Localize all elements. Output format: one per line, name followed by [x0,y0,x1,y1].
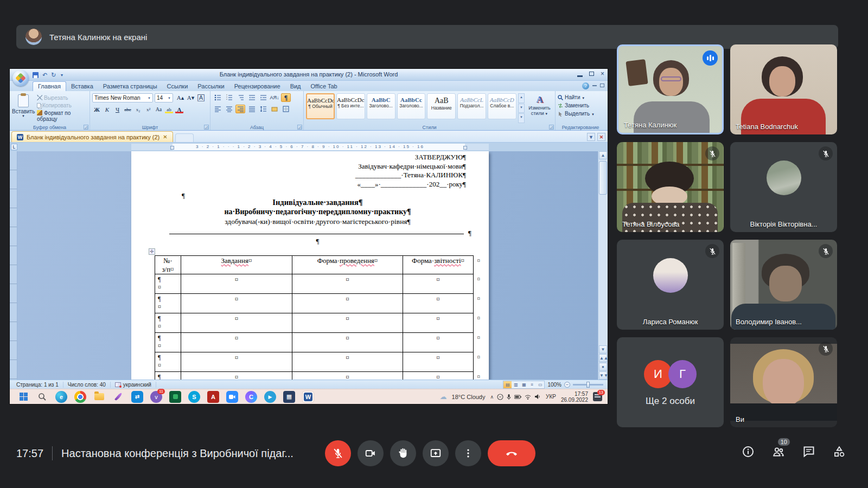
scrollbar-thumb[interactable] [599,161,607,195]
table-row[interactable]: ¶¤ ¤ ¤ ¤ ¤ [155,333,474,352]
styles-scroll-up-icon[interactable]: ▲ [518,93,525,103]
document-tab-close-icon[interactable]: ✕ [163,134,167,140]
draft-view-icon[interactable]: ▭ [536,381,544,388]
styles-dialog-launcher[interactable]: ◿ [549,125,554,130]
document-workspace[interactable]: ЗАТВЕРДЖУЮ¶ Завідувач·кафедри·німецької·… [10,151,608,380]
chrome-icon[interactable] [74,391,86,403]
spellcheck-icon[interactable] [115,382,121,387]
table-row[interactable]: ¶¤ ¤ ¤ ¤ ¤ [155,352,474,372]
document-tab[interactable]: W Бланк індивідуального завдання на прак… [11,131,173,142]
style-heading1[interactable]: AaBbCЗаголово... [367,93,395,119]
numbering-icon[interactable] [224,93,234,102]
viber-icon[interactable]: v11 [150,391,162,403]
table-row[interactable]: ¶¤ ¤ ¤ ¤ ¤ [155,313,474,333]
print-layout-view-icon[interactable]: ▤ [503,381,512,388]
decrease-indent-icon[interactable] [247,93,257,102]
table-row[interactable]: ¶¤ ¤ ¤ ¤ ¤ [155,274,474,294]
ribbon-restore-icon[interactable] [600,84,604,87]
web-layout-view-icon[interactable]: ▦ [520,381,528,388]
restore-button[interactable] [589,72,594,76]
style-subtitle[interactable]: AaBbCcLПодзагол... [457,93,486,119]
office-button-icon[interactable] [12,70,29,86]
font-size-select[interactable]: 14▼ [155,93,173,102]
keyboard-language[interactable]: УКР [546,394,556,400]
multilevel-list-icon[interactable] [235,93,245,102]
participant-tile[interactable]: Лариса Романюк [617,240,724,330]
highlight-color-button[interactable]: ab [164,105,174,114]
strikethrough-button[interactable]: abc [123,105,132,114]
shading-icon[interactable] [270,105,279,113]
fullscreen-view-icon[interactable]: ▥ [512,381,520,388]
style-subtle-emphasis[interactable]: AaBbCcDСлабое в... [488,93,516,119]
overflow-participants-tile[interactable]: И Г Ще 2 особи [617,337,724,427]
language-indicator[interactable]: украинский [123,382,151,388]
chat-panel-icon[interactable] [802,445,816,459]
clear-formatting-button[interactable]: 🄰 [196,93,206,102]
help-icon[interactable]: ? [582,82,589,89]
end-call-button[interactable] [488,440,535,466]
replace-button[interactable]: Заменить [558,102,603,108]
line-spacing-icon[interactable] [258,105,268,113]
vertical-scrollbar[interactable]: ▲ ▼ ▲▲ ● ▼▼ [598,151,608,380]
next-page-icon[interactable]: ▼▼ [599,371,607,380]
tab-mailings[interactable]: Рассылки [193,82,229,91]
tab-bar-close-icon[interactable]: ✕ [597,133,605,141]
participant-tile[interactable]: Tetiana Bodnarchuk [730,44,837,134]
activities-icon[interactable] [832,445,846,459]
system-tray[interactable]: ∧ [490,394,541,400]
tray-expand-icon[interactable]: ∧ [490,394,494,400]
horizontal-ruler[interactable]: L 3 · 2 · 1 · · · 1 · 2 · 3 · 4 · 5 · 6 … [10,143,608,151]
word-title-bar[interactable]: ↶ ↻ ▼ Бланк індивідуального завдання на … [10,69,608,81]
outline-view-icon[interactable]: ≡ [528,381,536,388]
view-mode-buttons[interactable]: ▤ ▥ ▦ ≡ ▭ [503,381,545,389]
close-button[interactable]: × [601,70,604,77]
find-button[interactable]: Найти ▼ [558,94,603,100]
notification-center-icon[interactable]: 13 [593,392,602,401]
privat24-icon[interactable] [169,391,181,403]
new-tab-stub[interactable] [175,133,194,142]
show-formatting-marks-button[interactable]: ¶ [281,93,291,102]
search-icon[interactable] [36,391,48,403]
tab-view[interactable]: Вид [285,82,306,91]
present-screen-button[interactable] [423,440,449,466]
underline-button[interactable]: Ч [113,105,122,114]
cut-button[interactable]: Вырезать [37,95,87,101]
edge-icon[interactable]: e [55,391,67,403]
select-button[interactable]: Выделить ▼ [558,111,603,117]
style-title[interactable]: AaBНазвание [427,93,456,119]
paste-button[interactable]: Вставить▼ [12,93,35,123]
telegram-icon[interactable]: ▶ [264,391,276,403]
self-tile[interactable]: Ви [730,337,837,427]
italic-button[interactable]: К [103,105,112,114]
style-no-spacing[interactable]: AaBbCcDc¶ Без инте... [336,93,365,119]
change-case-button[interactable]: Аа [154,105,163,114]
bullets-icon[interactable] [213,93,222,102]
start-button-icon[interactable] [17,391,29,403]
tab-page-layout[interactable]: Разметка страницы [98,82,162,91]
styles-more-icon[interactable]: ▼ [518,113,525,123]
change-styles-button[interactable]: А Изменитьстили ▼ [526,93,553,123]
zoom-out-icon[interactable]: − [564,382,570,388]
word-count[interactable]: Число слов: 40 [63,382,111,388]
weather-text[interactable]: 18°C Cloudy [452,394,486,400]
indent-marker-left[interactable] [170,146,174,150]
document-page[interactable]: ЗАТВЕРДЖУЮ¶ Завідувач·кафедри·німецької·… [131,151,489,380]
borders-icon[interactable] [281,105,291,113]
meeting-details-icon[interactable] [741,445,755,459]
participant-tile[interactable]: Тетяна Калинюк [617,44,724,134]
file-explorer-icon[interactable] [93,391,105,403]
zoom-app-icon[interactable] [226,391,238,403]
teamviewer-icon[interactable]: ⇄ [131,391,143,403]
participants-panel-icon[interactable]: 10 [771,445,786,459]
align-center-icon[interactable] [224,105,234,113]
tab-insert[interactable]: Вставка [66,82,98,91]
table-row[interactable]: ¶¤ ¤ ¤ ¤ ¤ [155,372,474,380]
previous-page-icon[interactable]: ▲▲ [599,354,607,362]
feather-app-icon[interactable] [112,391,124,403]
format-painter-button[interactable]: Формат по образцу [37,110,87,122]
mic-toggle-button[interactable] [325,440,351,466]
page-indicator[interactable]: Страница: 1 из 1 [12,382,63,388]
font-name-select[interactable]: Times New Roman▼ [92,93,153,102]
ribbon-minimize-icon[interactable] [592,85,597,86]
participant-tile[interactable]: Володимир Іванов... [730,240,837,330]
